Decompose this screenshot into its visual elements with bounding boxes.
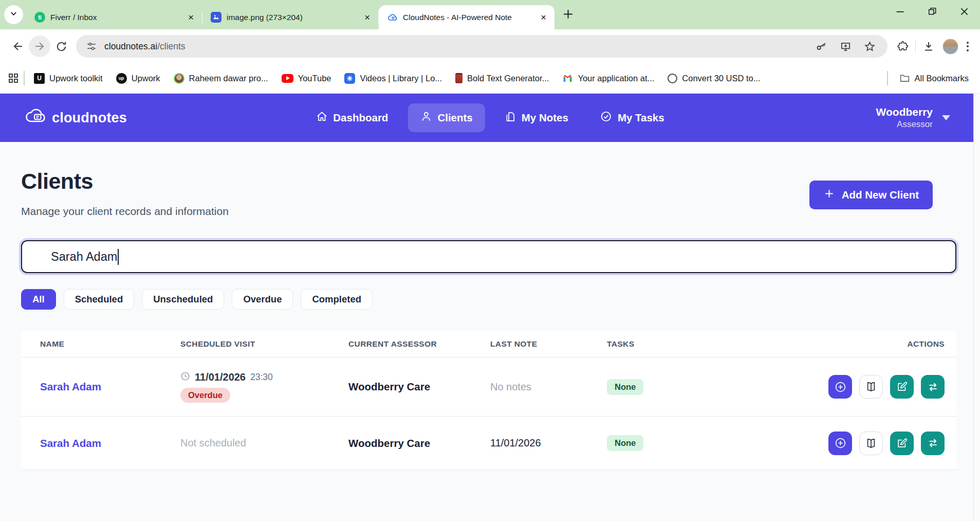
filter-completed[interactable]: Completed bbox=[301, 289, 373, 310]
app-logo[interactable]: cloudnotes bbox=[25, 107, 127, 128]
tasks-badge: None bbox=[607, 435, 643, 451]
tab-title: image.png (273×204) bbox=[227, 13, 357, 22]
col-tasks: TASKS bbox=[607, 339, 823, 349]
user-menu[interactable]: Woodberry Assessor bbox=[876, 106, 955, 130]
browser-menu-icon[interactable] bbox=[964, 39, 972, 55]
bookmark-label: Your application at... bbox=[578, 74, 654, 83]
filter-all[interactable]: All bbox=[21, 289, 56, 310]
home-icon bbox=[316, 111, 327, 125]
col-name: NAME bbox=[40, 339, 180, 349]
bookmarks-separator bbox=[887, 71, 888, 85]
search-input[interactable]: Sarah Adam bbox=[21, 240, 956, 273]
view-notes-button[interactable] bbox=[859, 375, 883, 399]
plus-icon bbox=[823, 188, 835, 202]
view-notes-button[interactable] bbox=[859, 432, 883, 455]
nav-label: My Tasks bbox=[618, 112, 664, 124]
add-new-client-label: Add New Client bbox=[842, 189, 919, 201]
visit-cell: 11/01/2026 23:30 Overdue bbox=[180, 371, 348, 403]
chevron-down-icon bbox=[10, 10, 17, 20]
clients-table: NAME SCHEDULED VISIT CURRENT ASSESSOR LA… bbox=[21, 331, 956, 470]
transfer-button[interactable] bbox=[921, 375, 945, 399]
bookmark-label: Upwork toolkit bbox=[49, 74, 103, 83]
scrollbar[interactable] bbox=[973, 94, 980, 521]
actions-cell bbox=[823, 375, 945, 399]
bookmark-videos[interactable]: Videos | Library | Lo... bbox=[344, 73, 442, 84]
bookmark-raheem[interactable]: Raheem dawar pro... bbox=[174, 73, 268, 84]
text-cursor bbox=[118, 249, 119, 265]
bookmark-chatgpt[interactable]: Convert 30 USD to... bbox=[668, 74, 760, 83]
toolbar-separator bbox=[915, 40, 916, 53]
tasks-cell: None bbox=[607, 379, 823, 395]
all-bookmarks-button[interactable]: All Bookmarks bbox=[899, 73, 969, 84]
bookmark-bold-text[interactable]: Bold Text Generator... bbox=[455, 73, 549, 83]
client-name-link[interactable]: Sarah Adam bbox=[40, 437, 180, 450]
close-icon[interactable]: × bbox=[186, 11, 196, 23]
nav-dashboard[interactable]: Dashboard bbox=[303, 103, 400, 132]
nav-label: Clients bbox=[437, 112, 472, 124]
user-role: Assessor bbox=[876, 119, 933, 130]
extensions-puzzle-icon[interactable] bbox=[894, 38, 911, 55]
close-icon[interactable]: × bbox=[539, 11, 548, 23]
url-host: cloudnotes.ai bbox=[104, 41, 157, 51]
filter-scheduled[interactable]: Scheduled bbox=[64, 289, 135, 310]
all-bookmarks-area: All Bookmarks bbox=[884, 71, 972, 85]
apps-grid-button[interactable] bbox=[8, 73, 19, 83]
app-header: cloudnotes Dashboard Clients My Notes bbox=[0, 94, 980, 142]
nav-label: Dashboard bbox=[333, 112, 388, 124]
address-bar[interactable]: cloudnotes.ai/clients bbox=[76, 35, 887, 58]
edit-button[interactable] bbox=[890, 375, 914, 399]
nav-my-tasks[interactable]: My Tasks bbox=[588, 103, 677, 132]
reload-button[interactable] bbox=[50, 35, 72, 57]
bookmark-gmail[interactable]: Your application at... bbox=[562, 73, 654, 84]
profile-avatar[interactable] bbox=[942, 39, 958, 55]
bookmarks-separator bbox=[24, 71, 25, 85]
nav-label: My Notes bbox=[522, 112, 568, 124]
transfer-button[interactable] bbox=[921, 432, 945, 455]
new-tab-button[interactable] bbox=[562, 8, 575, 23]
add-new-client-button[interactable]: Add New Client bbox=[809, 181, 933, 209]
site-settings-icon[interactable] bbox=[85, 38, 98, 55]
add-note-button[interactable] bbox=[828, 375, 852, 399]
tab-search-button[interactable] bbox=[4, 5, 23, 24]
cloud-logo-icon bbox=[25, 107, 47, 128]
client-name-link[interactable]: Sarah Adam bbox=[40, 381, 180, 393]
person-icon bbox=[420, 111, 432, 125]
col-actions: ACTIONS bbox=[823, 339, 945, 349]
bookmark-upwork-toolkit[interactable]: U Upwork toolkit bbox=[34, 73, 103, 84]
clock-icon bbox=[180, 371, 190, 383]
install-app-icon[interactable] bbox=[837, 38, 854, 55]
snowflake-icon bbox=[344, 73, 355, 84]
bookmark-star-icon[interactable] bbox=[861, 38, 878, 55]
tab-cloudnotes-active[interactable]: CloudNotes - AI-Powered Note × bbox=[379, 5, 554, 29]
password-key-icon[interactable] bbox=[812, 38, 830, 55]
all-bookmarks-label: All Bookmarks bbox=[915, 74, 969, 83]
browser-toolbar: cloudnotes.ai/clients bbox=[0, 29, 980, 63]
nav-clients[interactable]: Clients bbox=[408, 103, 485, 132]
app-logo-text: cloudnotes bbox=[52, 110, 127, 126]
bookmark-label: Convert 30 USD to... bbox=[682, 74, 760, 83]
add-note-button[interactable] bbox=[828, 432, 852, 455]
tab-image[interactable]: image.png (273×204) × bbox=[202, 5, 378, 29]
close-icon[interactable]: × bbox=[362, 11, 372, 23]
restore-button[interactable] bbox=[916, 0, 948, 23]
bookmark-upwork[interactable]: up Upwork bbox=[116, 73, 160, 84]
cloudnotes-icon bbox=[387, 12, 398, 23]
visit-datetime: 11/01/2026 23:30 bbox=[180, 371, 348, 383]
tab-fiverr[interactable]: fi Fiverr / Inbox × bbox=[26, 5, 202, 29]
upwork-toolkit-icon: U bbox=[34, 73, 45, 84]
forward-button[interactable] bbox=[29, 35, 50, 57]
downloads-icon[interactable] bbox=[920, 38, 937, 55]
image-icon bbox=[211, 12, 221, 23]
edit-button[interactable] bbox=[890, 432, 914, 455]
filter-unscheduled[interactable]: Unscheduled bbox=[142, 289, 224, 310]
last-note-cell: 11/01/2026 bbox=[490, 437, 607, 449]
table-header-row: NAME SCHEDULED VISIT CURRENT ASSESSOR LA… bbox=[21, 331, 956, 357]
close-window-button[interactable] bbox=[948, 0, 980, 23]
table-row: Sarah Adam Not scheduled Woodberry Care … bbox=[21, 417, 956, 470]
filter-overdue[interactable]: Overdue bbox=[232, 289, 293, 310]
minimize-button[interactable] bbox=[884, 0, 916, 23]
back-button[interactable] bbox=[7, 35, 29, 57]
nav-my-notes[interactable]: My Notes bbox=[492, 104, 581, 132]
bookmark-youtube[interactable]: YouTube bbox=[282, 74, 331, 83]
bookmark-label: Bold Text Generator... bbox=[467, 74, 549, 83]
